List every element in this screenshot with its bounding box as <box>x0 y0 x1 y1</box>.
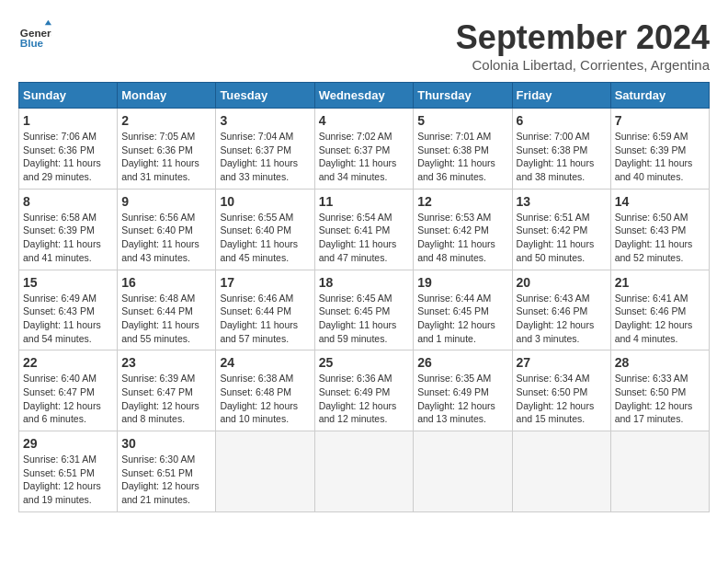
header-sunday: Sunday <box>19 83 118 109</box>
header-tuesday: Tuesday <box>216 83 314 109</box>
empty-cell <box>314 431 414 512</box>
day-22: 22 Sunrise: 6:40 AMSunset: 6:47 PMDaylig… <box>19 350 118 431</box>
day-9: 9 Sunrise: 6:56 AMSunset: 6:40 PMDayligh… <box>118 189 216 270</box>
day-26: 26 Sunrise: 6:35 AMSunset: 6:49 PMDaylig… <box>414 350 512 431</box>
day-29: 29 Sunrise: 6:31 AMSunset: 6:51 PMDaylig… <box>19 431 118 512</box>
day-3: 3 Sunrise: 7:04 AMSunset: 6:37 PMDayligh… <box>216 109 314 190</box>
empty-cell <box>414 431 512 512</box>
logo: General Blue <box>18 18 51 52</box>
day-5: 5 Sunrise: 7:01 AMSunset: 6:38 PMDayligh… <box>414 109 512 190</box>
day-2: 2 Sunrise: 7:05 AMSunset: 6:36 PMDayligh… <box>118 109 216 190</box>
day-19: 19 Sunrise: 6:44 AMSunset: 6:45 PMDaylig… <box>414 270 512 350</box>
header-thursday: Thursday <box>414 83 512 109</box>
logo-icon: General Blue <box>18 18 51 52</box>
day-25: 25 Sunrise: 6:36 AMSunset: 6:49 PMDaylig… <box>314 350 414 431</box>
title-section: September 2024 Colonia Libertad, Corrien… <box>456 18 710 73</box>
day-7: 7 Sunrise: 6:59 AMSunset: 6:39 PMDayligh… <box>610 109 709 190</box>
day-21: 21 Sunrise: 6:41 AMSunset: 6:46 PMDaylig… <box>610 270 709 350</box>
day-8: 8 Sunrise: 6:58 AMSunset: 6:39 PMDayligh… <box>19 189 118 270</box>
day-10: 10 Sunrise: 6:55 AMSunset: 6:40 PMDaylig… <box>216 189 314 270</box>
table-row: 29 Sunrise: 6:31 AMSunset: 6:51 PMDaylig… <box>19 431 710 512</box>
header-monday: Monday <box>118 83 216 109</box>
month-title: September 2024 <box>456 18 710 57</box>
day-12: 12 Sunrise: 6:53 AMSunset: 6:42 PMDaylig… <box>414 189 512 270</box>
day-24: 24 Sunrise: 6:38 AMSunset: 6:48 PMDaylig… <box>216 350 314 431</box>
empty-cell <box>610 431 709 512</box>
day-16: 16 Sunrise: 6:48 AMSunset: 6:44 PMDaylig… <box>118 270 216 350</box>
table-row: 15 Sunrise: 6:49 AMSunset: 6:43 PMDaylig… <box>19 270 710 350</box>
day-6: 6 Sunrise: 7:00 AMSunset: 6:38 PMDayligh… <box>512 109 610 190</box>
table-row: 1 Sunrise: 7:06 AMSunset: 6:36 PMDayligh… <box>19 109 710 190</box>
header-saturday: Saturday <box>610 83 709 109</box>
day-17: 17 Sunrise: 6:46 AMSunset: 6:44 PMDaylig… <box>216 270 314 350</box>
calendar: Sunday Monday Tuesday Wednesday Thursday… <box>18 82 710 512</box>
subtitle: Colonia Libertad, Corrientes, Argentina <box>456 57 710 73</box>
day-13: 13 Sunrise: 6:51 AMSunset: 6:42 PMDaylig… <box>512 189 610 270</box>
day-15: 15 Sunrise: 6:49 AMSunset: 6:43 PMDaylig… <box>19 270 118 350</box>
header: General Blue September 2024 Colonia Libe… <box>18 18 710 73</box>
empty-cell <box>216 431 314 512</box>
day-23: 23 Sunrise: 6:39 AMSunset: 6:47 PMDaylig… <box>118 350 216 431</box>
day-4: 4 Sunrise: 7:02 AMSunset: 6:37 PMDayligh… <box>314 109 414 190</box>
day-14: 14 Sunrise: 6:50 AMSunset: 6:43 PMDaylig… <box>610 189 709 270</box>
day-28: 28 Sunrise: 6:33 AMSunset: 6:50 PMDaylig… <box>610 350 709 431</box>
day-27: 27 Sunrise: 6:34 AMSunset: 6:50 PMDaylig… <box>512 350 610 431</box>
svg-marker-2 <box>45 20 51 25</box>
day-11: 11 Sunrise: 6:54 AMSunset: 6:41 PMDaylig… <box>314 189 414 270</box>
header-friday: Friday <box>512 83 610 109</box>
svg-text:Blue: Blue <box>20 37 44 49</box>
day-20: 20 Sunrise: 6:43 AMSunset: 6:46 PMDaylig… <box>512 270 610 350</box>
table-row: 22 Sunrise: 6:40 AMSunset: 6:47 PMDaylig… <box>19 350 710 431</box>
weekday-header-row: Sunday Monday Tuesday Wednesday Thursday… <box>19 83 710 109</box>
empty-cell <box>512 431 610 512</box>
header-wednesday: Wednesday <box>314 83 414 109</box>
table-row: 8 Sunrise: 6:58 AMSunset: 6:39 PMDayligh… <box>19 189 710 270</box>
day-30: 30 Sunrise: 6:30 AMSunset: 6:51 PMDaylig… <box>118 431 216 512</box>
day-1: 1 Sunrise: 7:06 AMSunset: 6:36 PMDayligh… <box>19 109 118 190</box>
day-18: 18 Sunrise: 6:45 AMSunset: 6:45 PMDaylig… <box>314 270 414 350</box>
